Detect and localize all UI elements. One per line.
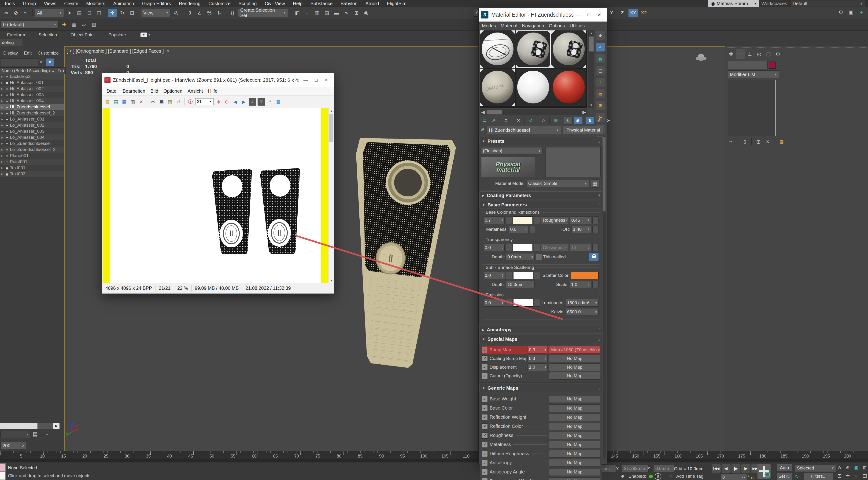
map-checkbox[interactable]: ✓: [482, 396, 488, 402]
rollout-coating-header[interactable]: ▶ Coating Parameters: [479, 191, 602, 199]
expand-arrow-icon[interactable]: ▶: [0, 99, 4, 102]
depth-spinner[interactable]: 0.0mm▲▼: [506, 253, 534, 261]
scroll-up-icon[interactable]: ▲: [329, 108, 334, 114]
material-editor-icon[interactable]: ◉: [362, 9, 370, 17]
luminance-spinner[interactable]: 1500 cd/m²▲▼: [566, 299, 598, 307]
current-frame-spinner[interactable]: 0▲▼: [721, 474, 747, 480]
menu-babylon[interactable]: Babylon: [337, 0, 361, 7]
zoom-extents-icon[interactable]: ▣: [852, 464, 860, 471]
expand-arrow-icon[interactable]: ▶: [0, 124, 4, 127]
time-configuration-icon[interactable]: ◔: [747, 474, 750, 479]
pick-material-icon[interactable]: ✐: [595, 117, 603, 124]
viewcube[interactable]: [695, 53, 707, 61]
map-amount-spinner[interactable]: 1.0▲▼: [528, 363, 548, 371]
shield-icon[interactable]: ◆: [621, 473, 624, 479]
make-preview-icon[interactable]: ▤: [596, 89, 605, 98]
scrollbar-thumb[interactable]: [589, 36, 594, 52]
map-slot-button[interactable]: No Map: [549, 372, 600, 380]
slots-horizontal-scrollbar[interactable]: ◀ ▶: [480, 109, 587, 115]
key-filters-dropdown[interactable]: Selected▼: [795, 464, 836, 472]
material-editor-titlebar[interactable]: 3 Material Editor - HI Zuendschluessel —…: [478, 8, 607, 22]
toggle-layer-explorer-icon[interactable]: ▤: [323, 9, 331, 17]
expand-arrow-icon[interactable]: ▶: [0, 142, 4, 145]
menu-modifiers[interactable]: Modifiers: [82, 0, 109, 7]
explorer-horizontal-scrollbar[interactable]: ▶: [0, 423, 60, 429]
time-slider-arrow[interactable]: >: [20, 442, 26, 449]
thumbnails-icon[interactable]: ▤: [113, 98, 119, 105]
ior-spinner[interactable]: 1.48▲▼: [571, 226, 591, 233]
tab-modify-icon[interactable]: ◠: [736, 50, 745, 59]
menu-scripting[interactable]: Scripting: [235, 0, 261, 7]
explorer-column-header[interactable]: Name (Sorted Ascending) ▲ Fro: [0, 67, 66, 74]
sample-slot-1[interactable]: [480, 30, 515, 68]
last-image-icon[interactable]: ▼: [257, 98, 265, 105]
iv-menu-bearbeiten[interactable]: Bearbeiten: [120, 89, 148, 94]
go-forward-icon[interactable]: ➤: [604, 117, 612, 124]
selection-filter-dropdown[interactable]: All▼: [35, 9, 64, 17]
mirror-icon[interactable]: ◧: [293, 9, 302, 17]
previous-image-icon[interactable]: ◀: [232, 98, 239, 105]
create-selection-set-dropdown[interactable]: Create Selection Set▼: [238, 9, 288, 17]
expand-arrow-icon[interactable]: ▶: [0, 87, 4, 90]
menu-rendering[interactable]: Rendering: [175, 0, 205, 7]
save-preset-icon[interactable]: ▦: [591, 180, 599, 188]
kelvin-spinner[interactable]: 6500.0▲▼: [566, 308, 598, 316]
model-hi-zuendschluessel[interactable]: Ⅱ: [331, 128, 457, 371]
make-unique-icon[interactable]: ◇: [539, 117, 547, 124]
explorer-item-lo_anlasser_002[interactable]: ▶●Lo_Anlasser_002: [0, 122, 64, 128]
paste-icon[interactable]: ▧: [166, 98, 174, 105]
map-checkbox[interactable]: ✓: [482, 355, 488, 361]
remove-modifier-icon[interactable]: ✕: [764, 138, 771, 145]
show-end-result-icon[interactable]: ▯: [741, 138, 748, 145]
previous-frame-icon[interactable]: ◀|: [722, 464, 731, 473]
me-menu-navigation[interactable]: Navigation: [520, 23, 547, 29]
more-chevron-icon[interactable]: »: [46, 432, 48, 436]
sample-tiling-icon[interactable]: ▢: [596, 66, 605, 75]
maximize-viewport-icon[interactable]: ◱: [861, 472, 868, 479]
me-menu-modes[interactable]: Modes: [479, 23, 498, 29]
transparency-color-map-button[interactable]: [534, 244, 540, 251]
tab-display-icon[interactable]: ▢: [764, 50, 773, 59]
clear-search-icon[interactable]: ✕: [39, 59, 43, 65]
modifier-stack[interactable]: [728, 80, 776, 136]
next-image-icon[interactable]: ▶: [240, 98, 247, 105]
ribbon-tab-freeform[interactable]: Freeform: [7, 32, 25, 37]
rollout-basic-header[interactable]: ▼ Basic Parameters: [479, 201, 602, 209]
sample-slot-5[interactable]: [516, 69, 551, 106]
window-crossing-icon[interactable]: ◫: [95, 9, 103, 17]
select-and-scale-icon[interactable]: ⊡: [128, 9, 136, 17]
schematic-view-icon[interactable]: ⊞: [352, 9, 361, 17]
bind-to-space-warp-icon[interactable]: ∿: [22, 9, 30, 17]
explorer-item-lo_anlasser_004[interactable]: ▶●Lo_Anlasser_004: [0, 134, 64, 140]
select-by-name-icon[interactable]: ▤: [75, 9, 84, 17]
zoom-region-icon[interactable]: ◳: [835, 472, 843, 479]
map-checkbox[interactable]: ✓: [482, 414, 488, 420]
menu-graph-editors[interactable]: Graph Editors: [138, 0, 175, 7]
angle-snap-icon[interactable]: ∠: [195, 9, 204, 17]
video-color-check-icon[interactable]: ‖: [596, 78, 605, 87]
slots-vertical-scrollbar[interactable]: ▲ ▼: [588, 30, 594, 108]
material-name-dropdown[interactable]: HI Zuendschluessel ▼: [487, 126, 561, 134]
scroll-up-icon[interactable]: ▲: [588, 30, 594, 36]
map-checkbox[interactable]: ✓: [482, 373, 488, 379]
scrollbar-right-arrow[interactable]: ▶: [53, 423, 60, 429]
open-file-icon[interactable]: ▨: [104, 98, 111, 105]
map-checkbox[interactable]: ✓: [482, 460, 488, 466]
map-slot-button[interactable]: No Map: [549, 477, 600, 480]
map-slot-button[interactable]: No Map: [549, 355, 600, 362]
scrollbar-thumb[interactable]: [0, 423, 37, 429]
expand-arrow-icon[interactable]: ▶: [0, 130, 4, 133]
expand-arrow-icon[interactable]: ▶: [0, 93, 4, 96]
explorer-item-lo_zuendschluessel[interactable]: ▶●Lo_Zuendschluessel: [0, 140, 64, 147]
glossiness-spinner[interactable]: 1.0▲▼: [570, 244, 591, 251]
metalness-map-button[interactable]: [530, 226, 536, 233]
map-slot-button[interactable]: No Map: [549, 405, 600, 412]
put-to-library-icon[interactable]: ↥: [502, 117, 510, 124]
irfanview-titlebar[interactable]: Zündschlüssel_Height.psd - IrfanView (Zo…: [102, 73, 334, 87]
sample-slot-2[interactable]: [516, 30, 551, 68]
close-button[interactable]: ✕: [594, 10, 604, 19]
search-input[interactable]: [1, 59, 38, 66]
object-color-swatch[interactable]: [769, 62, 776, 69]
expand-arrow-icon[interactable]: ▶: [0, 160, 4, 163]
z-coordinate-field[interactable]: 0.0mm: [653, 465, 674, 472]
